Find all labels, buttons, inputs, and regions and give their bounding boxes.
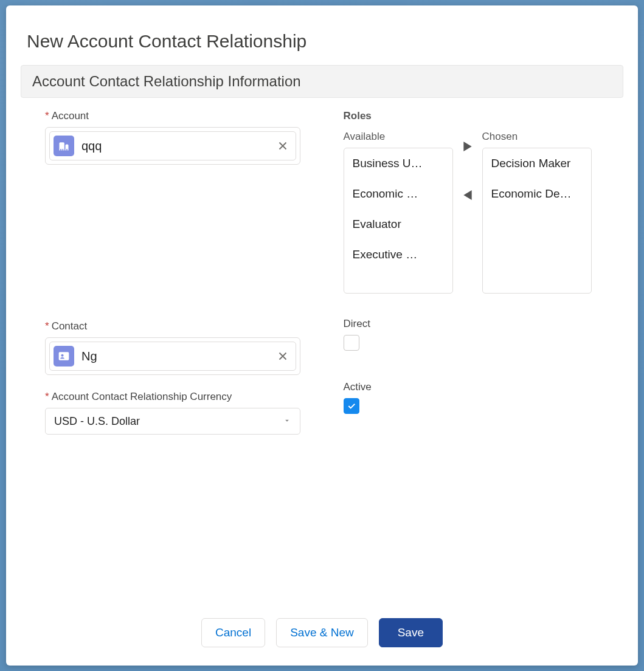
required-indicator: * xyxy=(45,110,49,122)
currency-select[interactable]: USD - U.S. Dollar xyxy=(45,408,300,435)
currency-value: USD - U.S. Dollar xyxy=(54,415,140,428)
required-indicator: * xyxy=(45,320,49,332)
direct-checkbox[interactable] xyxy=(344,335,359,351)
direct-label: Direct xyxy=(344,318,618,330)
roles-chosen-label: Chosen xyxy=(482,131,592,143)
contact-lookup[interactable]: Ng xyxy=(45,337,300,375)
active-checkbox[interactable] xyxy=(344,398,359,414)
currency-label-text: Account Contact Relationship Currency xyxy=(52,391,232,402)
modal-title: New Account Contact Relationship xyxy=(27,31,623,52)
move-left-button[interactable] xyxy=(459,187,476,204)
roles-available-listbox[interactable]: Business U… Economic … Evaluator Executi… xyxy=(344,148,453,294)
save-and-new-button[interactable]: Save & New xyxy=(276,618,368,647)
roles-label: Roles xyxy=(344,110,618,122)
account-lookup[interactable]: qqq xyxy=(45,127,300,165)
list-item[interactable]: Executive … xyxy=(344,239,452,270)
contact-label-text: Contact xyxy=(52,320,88,332)
account-icon xyxy=(54,136,74,156)
contact-icon xyxy=(54,346,74,366)
list-item[interactable]: Decision Maker xyxy=(483,148,591,179)
cancel-button[interactable]: Cancel xyxy=(201,618,265,647)
save-button[interactable]: Save xyxy=(379,618,443,647)
required-indicator: * xyxy=(45,391,49,402)
list-item[interactable]: Business U… xyxy=(344,148,452,179)
contact-value: Ng xyxy=(81,349,269,363)
section-header: Account Contact Relationship Information xyxy=(21,65,623,98)
account-value: qqq xyxy=(81,139,269,153)
account-label-text: Account xyxy=(52,110,89,122)
chevron-down-icon xyxy=(283,415,291,428)
move-right-button[interactable] xyxy=(459,138,476,155)
modal-dialog: New Account Contact Relationship Account… xyxy=(6,5,638,666)
account-clear-button[interactable] xyxy=(276,139,289,153)
list-item[interactable]: Evaluator xyxy=(344,209,452,239)
roles-available-label: Available xyxy=(344,131,453,143)
roles-chosen-listbox[interactable]: Decision Maker Economic De… xyxy=(482,148,592,294)
contact-clear-button[interactable] xyxy=(276,349,289,363)
list-item[interactable]: Economic De… xyxy=(483,179,591,209)
account-label: *Account xyxy=(45,110,319,122)
active-label: Active xyxy=(344,381,618,393)
currency-label: *Account Contact Relationship Currency xyxy=(45,391,319,403)
contact-label: *Contact xyxy=(45,320,319,332)
modal-footer: Cancel Save & New Save xyxy=(21,610,623,653)
list-item[interactable]: Economic … xyxy=(344,179,452,209)
